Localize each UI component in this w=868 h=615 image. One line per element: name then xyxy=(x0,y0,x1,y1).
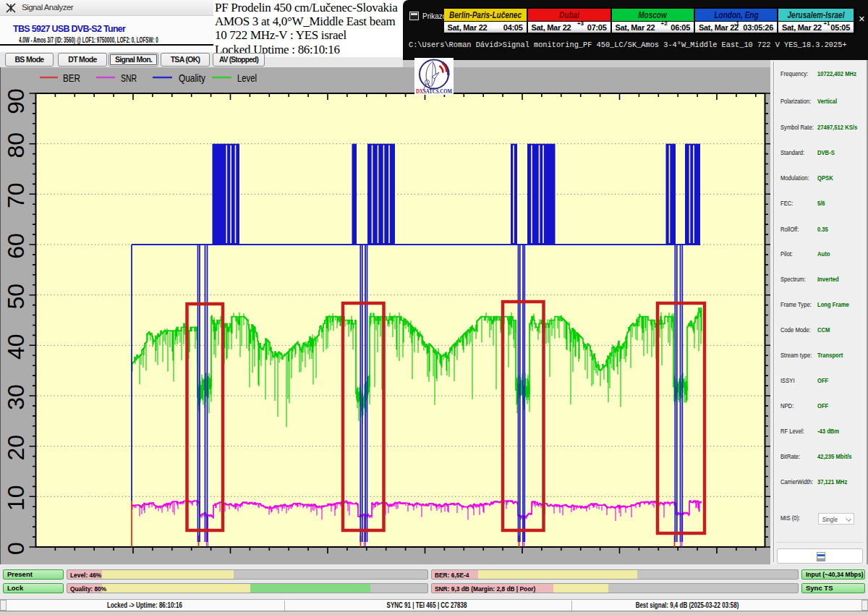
svg-text:SNR: SNR xyxy=(121,72,137,84)
svg-text:90: 90 xyxy=(3,88,29,114)
svg-text:80: 80 xyxy=(3,132,29,158)
svg-text:BER: BER xyxy=(63,72,80,84)
svg-text:10: 10 xyxy=(3,485,29,512)
svg-text:70: 70 xyxy=(3,183,29,209)
svg-text:40: 40 xyxy=(3,334,29,360)
svg-text:0: 0 xyxy=(3,542,29,555)
svg-text:Quality: Quality xyxy=(179,72,205,84)
svg-text:60: 60 xyxy=(3,233,29,259)
svg-text:20: 20 xyxy=(3,435,29,461)
svg-text:DXSATCS.COM: DXSATCS.COM xyxy=(416,88,452,95)
svg-text:30: 30 xyxy=(3,384,29,410)
svg-text:Level: Level xyxy=(237,72,257,84)
svg-text:50: 50 xyxy=(3,284,29,310)
